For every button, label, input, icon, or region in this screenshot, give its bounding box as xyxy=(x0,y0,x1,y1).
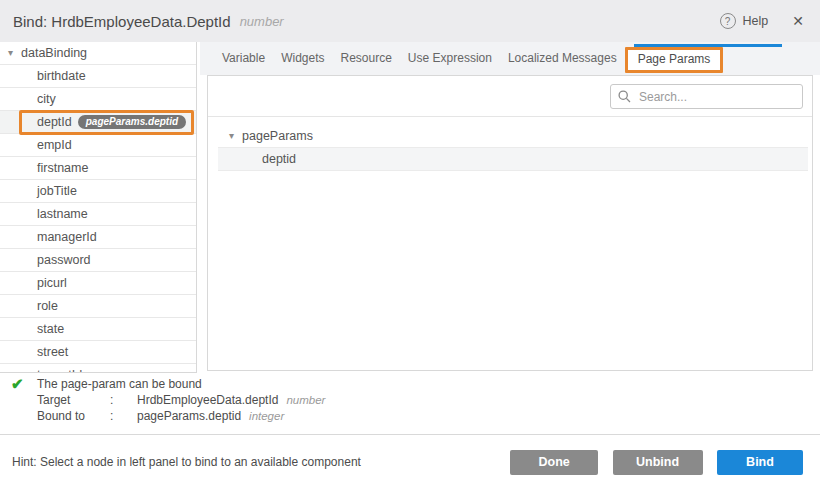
sidebar-item-label: street xyxy=(37,345,68,359)
search-row xyxy=(208,76,812,117)
dialog-footer: Hint: Select a node in left panel to bin… xyxy=(0,434,820,489)
tab-page-params[interactable]: Page Params xyxy=(625,47,724,73)
success-check-icon: ✔ xyxy=(11,375,24,393)
status-target-label: Target xyxy=(37,392,110,408)
search-input[interactable] xyxy=(637,89,795,105)
page-params-panel: ▾ pageParams deptid xyxy=(207,75,813,371)
hint-text: Hint: Select a node in left panel to bin… xyxy=(12,455,361,469)
sidebar-item-label: jobTitle xyxy=(37,184,77,198)
sidebar-item-role[interactable]: role xyxy=(0,295,196,318)
sidebar-item-databinding[interactable]: ▾ dataBinding xyxy=(0,42,196,65)
databinding-tree: ▾ dataBinding birthdate city deptId page… xyxy=(0,42,197,373)
status-bound-row: Bound to:pageParams.deptidinteger xyxy=(37,408,325,424)
sidebar-item-picurl[interactable]: picurl xyxy=(0,272,196,295)
sidebar-item-deptid[interactable]: deptId pageParams.deptid xyxy=(0,111,196,134)
tree-node-label: deptid xyxy=(262,152,296,166)
status-bound-value: pageParams.deptid xyxy=(137,409,241,423)
status-target-type: number xyxy=(286,394,325,406)
status-target-row: Target:HrdbEmployeeData.deptIdnumber xyxy=(37,392,325,408)
sidebar-item-street[interactable]: street xyxy=(0,341,196,364)
sidebar-item-label: empId xyxy=(37,138,72,152)
search-box[interactable] xyxy=(610,84,803,109)
tab-resource[interactable]: Resource xyxy=(333,42,400,75)
help-icon[interactable]: ? xyxy=(720,13,736,29)
bind-button[interactable]: Bind xyxy=(717,450,803,475)
footer-buttons: Done Unbind Bind xyxy=(510,450,803,475)
done-button[interactable]: Done xyxy=(510,450,598,475)
sidebar-item-birthdate[interactable]: birthdate xyxy=(0,65,196,88)
sidebar-item-label: birthdate xyxy=(37,69,86,83)
sidebar-item-lastname[interactable]: lastname xyxy=(0,203,196,226)
bound-param-badge: pageParams.deptid xyxy=(78,115,186,129)
status-bound-type: integer xyxy=(249,410,284,422)
status-lines: The page-param can be bound Target:HrdbE… xyxy=(37,376,325,424)
status-target-value: HrdbEmployeeData.deptId xyxy=(137,393,278,407)
sidebar-item-label: city xyxy=(37,92,56,106)
status-colon: : xyxy=(110,392,137,408)
annotation-highlight-deptid: deptId pageParams.deptid xyxy=(19,110,194,135)
binding-status: ✔ The page-param can be bound Target:Hrd… xyxy=(0,373,820,434)
unbind-button[interactable]: Unbind xyxy=(613,450,703,475)
help-link[interactable]: Help xyxy=(743,14,769,28)
tab-localized-messages[interactable]: Localized Messages xyxy=(500,42,625,75)
sidebar-item-city[interactable]: city xyxy=(0,88,196,111)
sidebar-item-jobtitle[interactable]: jobTitle xyxy=(0,180,196,203)
status-message: The page-param can be bound xyxy=(37,376,325,392)
sidebar-item-state[interactable]: state xyxy=(0,318,196,341)
caret-down-icon[interactable]: ▾ xyxy=(229,131,234,141)
sidebar-item-label: state xyxy=(37,322,64,336)
sidebar-item-label: deptId xyxy=(37,115,72,129)
sidebar-item-managerid[interactable]: managerId xyxy=(0,226,196,249)
sidebar-item-label: lastname xyxy=(37,207,88,221)
sidebar-item-password[interactable]: password xyxy=(0,249,196,272)
sidebar-item-label: picurl xyxy=(37,276,67,290)
header-actions: ? Help ✕ xyxy=(720,13,804,29)
tab-widgets[interactable]: Widgets xyxy=(273,42,332,75)
sidebar-root-label: dataBinding xyxy=(21,46,87,60)
sidebar-item-label: password xyxy=(37,253,91,267)
tab-use-expression[interactable]: Use Expression xyxy=(400,42,500,75)
dialog-title-type: number xyxy=(240,14,284,29)
page-params-tree: ▾ pageParams deptid xyxy=(208,117,812,171)
tab-variable[interactable]: Variable xyxy=(214,42,273,75)
tree-node-label: pageParams xyxy=(242,129,313,143)
search-icon xyxy=(618,90,631,103)
status-bound-label: Bound to xyxy=(37,408,110,424)
dialog-header: Bind: HrdbEmployeeData.DeptId number ? H… xyxy=(0,0,820,42)
tree-node-deptid[interactable]: deptid xyxy=(218,147,808,171)
status-colon: : xyxy=(110,408,137,424)
tree-node-pageparams[interactable]: ▾ pageParams xyxy=(208,124,812,147)
dialog-title: Bind: HrdbEmployeeData.DeptId xyxy=(13,13,231,30)
sidebar-item-label: managerId xyxy=(37,230,97,244)
sidebar-item-label: firstname xyxy=(37,161,88,175)
caret-down-icon[interactable]: ▾ xyxy=(8,48,13,58)
sidebar-item-tenantid[interactable]: tenantId xyxy=(0,364,196,373)
sidebar-item-empid[interactable]: empId xyxy=(0,134,196,157)
bind-dialog: Bind: HrdbEmployeeData.DeptId number ? H… xyxy=(0,0,820,489)
close-icon[interactable]: ✕ xyxy=(792,13,804,29)
bind-source-tabs: Variable Widgets Resource Use Expression… xyxy=(200,42,820,75)
sidebar-item-label: role xyxy=(37,299,58,313)
sidebar-item-firstname[interactable]: firstname xyxy=(0,157,196,180)
